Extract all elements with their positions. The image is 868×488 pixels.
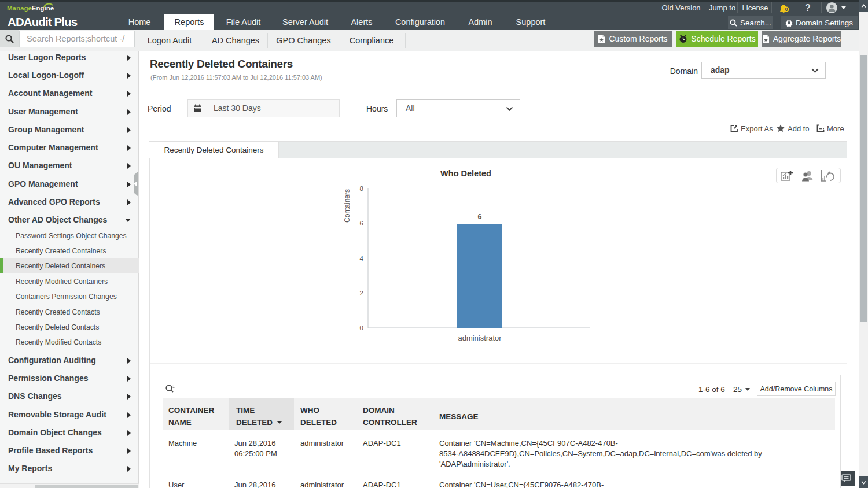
svg-text:4: 4 bbox=[360, 255, 364, 262]
svg-text:8: 8 bbox=[360, 185, 363, 192]
svg-text:0: 0 bbox=[360, 324, 363, 331]
svg-text:6: 6 bbox=[478, 213, 482, 221]
svg-text:administrator: administrator bbox=[458, 334, 502, 342]
svg-text:6: 6 bbox=[360, 220, 363, 227]
svg-text:2: 2 bbox=[360, 290, 363, 297]
svg-text:0: 0 bbox=[785, 6, 788, 12]
svg-text:Containers: Containers bbox=[343, 189, 351, 223]
